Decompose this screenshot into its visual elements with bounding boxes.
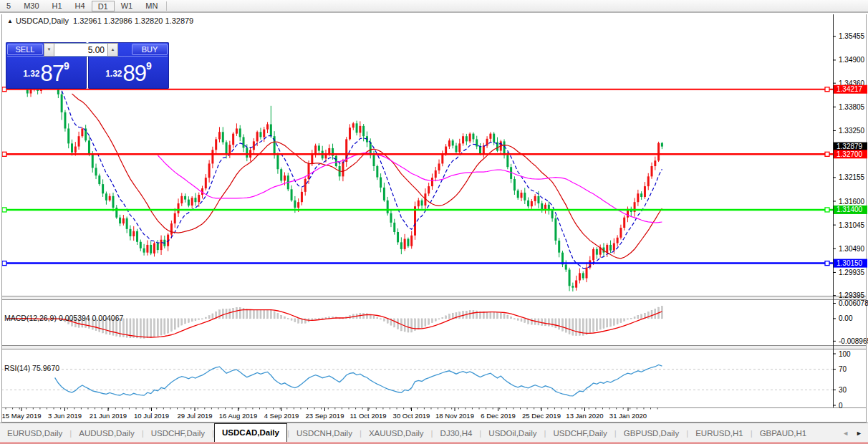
tab-scroll-right-icon[interactable]: ►: [856, 430, 862, 437]
svg-text:23 Sep 2019: 23 Sep 2019: [306, 412, 344, 420]
svg-text:1.33250: 1.33250: [839, 127, 865, 135]
tab-scroll-arrows: ◄►: [842, 425, 868, 442]
timeframe-toolbar: 5M30H1H4D1W1MN: [0, 0, 868, 12]
svg-text:1.30150: 1.30150: [836, 259, 863, 267]
tab-usdcnh-daily[interactable]: USDCNH,Daily: [289, 425, 360, 442]
tab-eurusd-h1[interactable]: EURUSD,H1: [688, 425, 750, 442]
tab-usdoil-daily[interactable]: USDOil,Daily: [481, 425, 544, 442]
symbol-name: USDCAD,Daily: [16, 16, 69, 25]
timeframe-button-w1[interactable]: W1: [115, 1, 140, 11]
svg-text:1.32700: 1.32700: [836, 150, 863, 158]
symbol-tabbar: EURUSD,Daily|AUDUSD,Daily|USDCHF,Daily|U…: [0, 423, 868, 442]
volume-input[interactable]: [54, 43, 107, 57]
svg-text:1.31400: 1.31400: [836, 206, 863, 213]
volume-increase-button[interactable]: ▲: [107, 43, 118, 57]
svg-text:1.33805: 1.33805: [839, 103, 865, 111]
timeframe-button-mn[interactable]: MN: [139, 1, 164, 11]
tab-usdcad-daily[interactable]: USDCAD,Daily: [214, 423, 287, 442]
toolbar-separator: [166, 1, 167, 11]
one-click-trading-panel: SELL 1.32879 BUY 1.32899 ▼ ▲: [6, 42, 169, 89]
tab-eurusd-daily[interactable]: EURUSD,Daily: [0, 425, 69, 442]
svg-text:0.006078: 0.006078: [839, 299, 868, 307]
tab-gbpusd-daily[interactable]: GBPUSD,Daily: [617, 425, 686, 442]
rsi-value: 75.9670: [32, 364, 59, 372]
svg-text:0: 0: [839, 402, 843, 410]
tab-xauusd-daily[interactable]: XAUUSD,Daily: [362, 425, 431, 442]
svg-text:70: 70: [839, 365, 847, 373]
svg-text:1.34217: 1.34217: [836, 85, 863, 93]
svg-text:4 Sep 2019: 4 Sep 2019: [264, 412, 299, 420]
tab-usdchf-daily[interactable]: USDCHF,Daily: [144, 425, 212, 442]
timeframe-button-h1[interactable]: H1: [46, 1, 69, 11]
svg-text:10 Jul 2019: 10 Jul 2019: [134, 412, 169, 420]
rsi-indicator-label: RSI(14) 75.9670: [4, 364, 59, 372]
tab-gbpaud-h1[interactable]: GBPAUD,H1: [753, 425, 814, 442]
svg-text:18 Nov 2019: 18 Nov 2019: [435, 412, 474, 420]
timeframe-button-d1[interactable]: D1: [92, 1, 115, 11]
timeframe-button-h4[interactable]: H4: [69, 1, 92, 11]
svg-text:16 Aug 2019: 16 Aug 2019: [219, 412, 257, 420]
svg-text:25 Dec 2019: 25 Dec 2019: [522, 412, 561, 420]
sell-price-sup: 9: [64, 60, 69, 72]
macd-name: MACD(12,26,9): [4, 314, 57, 322]
buy-price-big: 89: [123, 61, 146, 86]
svg-text:29 Jul 2019: 29 Jul 2019: [177, 412, 212, 420]
svg-text:1.29935: 1.29935: [839, 269, 865, 276]
svg-text:0.00: 0.00: [839, 314, 853, 322]
svg-text:1.34900: 1.34900: [839, 56, 865, 64]
svg-text:30 Oct 2019: 30 Oct 2019: [393, 412, 430, 420]
svg-text:1.30490: 1.30490: [839, 245, 865, 253]
svg-text:21 Jun 2019: 21 Jun 2019: [90, 412, 127, 420]
tab-scroll-left-icon[interactable]: ◄: [842, 430, 849, 437]
buy-price-sup: 9: [146, 60, 152, 72]
timeframe-button-5[interactable]: 5: [0, 1, 17, 11]
tab-usdchf-daily[interactable]: USDCHF,Daily: [546, 425, 614, 442]
buy-price-prefix: 1.32: [105, 69, 122, 79]
svg-text:13 Jan 2020: 13 Jan 2020: [566, 412, 603, 420]
svg-text:31 Jan 2020: 31 Jan 2020: [609, 412, 647, 420]
sell-price-big: 87: [41, 61, 64, 86]
ohlc-values: 1.32961 1.32986 1.32820 1.32879: [73, 16, 193, 25]
svg-text:30: 30: [839, 386, 847, 394]
timeframe-button-m30[interactable]: M30: [17, 1, 45, 11]
macd-values: 0.005394 0.004067: [59, 314, 124, 322]
tab-dj30-h4[interactable]: DJ30,H4: [433, 425, 480, 442]
svg-text:100: 100: [839, 350, 851, 358]
chart-title: ▲USDCAD,Daily 1.32961 1.32986 1.32820 1.…: [7, 16, 193, 25]
tab-audusd-daily[interactable]: AUDUSD,Daily: [72, 425, 141, 442]
svg-text:1.32879: 1.32879: [836, 143, 863, 150]
buy-button[interactable]: BUY: [132, 44, 168, 55]
svg-text:1.32155: 1.32155: [839, 173, 865, 181]
svg-text:1.35455: 1.35455: [839, 32, 865, 40]
collapse-triangle-icon[interactable]: ▲: [7, 18, 13, 24]
svg-text:1.31600: 1.31600: [839, 198, 865, 206]
sell-button[interactable]: SELL: [7, 44, 43, 55]
svg-text:6 Dec 2019: 6 Dec 2019: [481, 412, 516, 420]
svg-text:11 Oct 2019: 11 Oct 2019: [349, 412, 386, 420]
sell-price: 1.32879: [6, 60, 87, 87]
buy-price: 1.32899: [88, 60, 169, 87]
svg-text:15 May 2019: 15 May 2019: [2, 412, 42, 420]
volume-decrease-button[interactable]: ▼: [44, 43, 54, 57]
macd-indicator-label: MACD(12,26,9) 0.005394 0.004067: [4, 314, 123, 322]
svg-text:1.31045: 1.31045: [839, 221, 865, 229]
sell-price-prefix: 1.32: [23, 69, 39, 79]
svg-text:-0.008965: -0.008965: [839, 337, 868, 345]
svg-text:1.29395: 1.29395: [839, 291, 865, 299]
rsi-name: RSI(14): [4, 364, 30, 372]
svg-text:3 Jun 2019: 3 Jun 2019: [48, 412, 82, 420]
